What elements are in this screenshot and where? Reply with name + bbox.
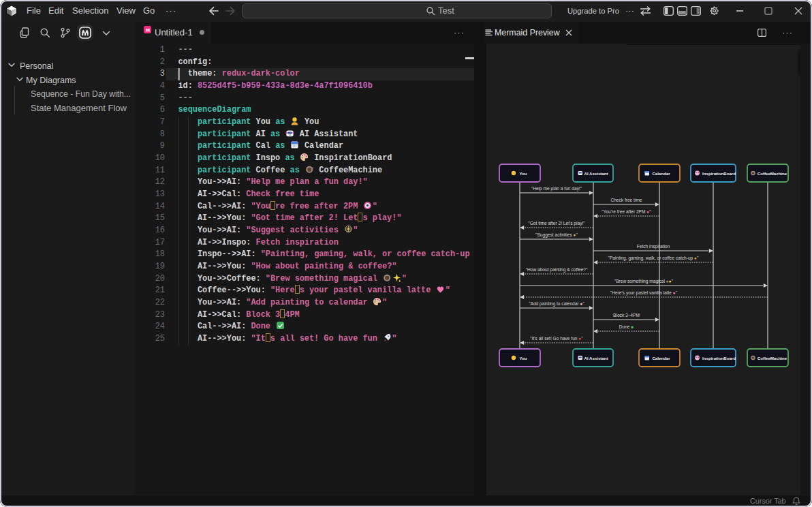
svg-text:"Add painting to calendar ●": "Add painting to calendar ●" [529,301,584,307]
svg-text:"You're free after 2PM ●": "You're free after 2PM ●" [602,209,651,214]
svg-text:Calendar: Calendar [652,356,670,360]
svg-text:InspirationBoard: InspirationBoard [702,356,736,360]
svg-text:"Got time after 2! Let's play!: "Got time after 2! Let's play!" [528,221,585,226]
svg-text:You: You [519,171,527,176]
svg-text:You: You [519,356,527,360]
svg-text:Done ■: Done ■ [619,324,634,329]
svg-text:"Help me plan a fun day!": "Help me plan a fun day!" [531,186,582,191]
svg-text:Fetch inspiration: Fetch inspiration [637,244,670,249]
svg-text:AI Assistant: AI Assistant [584,171,608,176]
svg-text:"Brew something magical ●●": "Brew something magical ●●" [614,279,674,284]
svg-text:"Here's your pastel vanilla la: "Here's your pastel vanilla latte ●" [610,290,678,296]
svg-text:"It's all set! Go have fun ●": "It's all set! Go have fun ●" [530,336,583,341]
svg-text:"Painting, gaming, walk, or co: "Painting, gaming, walk, or coffee catch… [608,256,699,261]
svg-text:Calendar: Calendar [652,171,670,176]
svg-text:AI Assistant: AI Assistant [584,356,608,360]
svg-text:CoffeeMachine: CoffeeMachine [758,171,787,176]
svg-text:Block 3–4PM: Block 3–4PM [613,313,640,318]
svg-text:InspirationBoard: InspirationBoard [702,171,736,176]
svg-text:CoffeeMachine: CoffeeMachine [758,356,787,360]
svg-text:"How about painting & coffee?": "How about painting & coffee?" [526,267,588,273]
svg-text:Check free time: Check free time [610,198,642,202]
svg-text:"Suggest activities ●": "Suggest activities ●" [535,232,578,238]
